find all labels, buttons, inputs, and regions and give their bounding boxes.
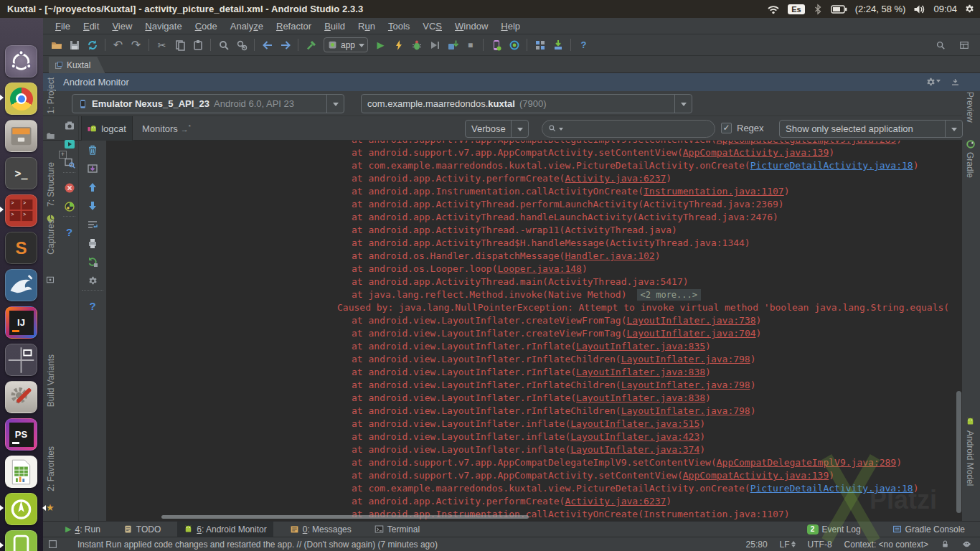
source-link[interactable]: LayoutInflater.java:738 bbox=[627, 315, 756, 326]
expander-icon[interactable]: + bbox=[59, 151, 67, 159]
log-level-selector[interactable]: Verbose bbox=[465, 120, 529, 138]
help-blue-icon[interactable]: ? bbox=[79, 296, 106, 315]
source-link[interactable]: Activity.java:6237 bbox=[565, 496, 666, 507]
forward-icon[interactable] bbox=[276, 37, 294, 54]
menu-view[interactable]: View bbox=[105, 19, 138, 33]
sdk-manager-icon[interactable] bbox=[549, 37, 567, 54]
gradle-sync-icon[interactable] bbox=[505, 37, 523, 54]
hide-panel-icon[interactable] bbox=[951, 77, 960, 87]
process-selector[interactable]: com.example.maarredondos.kuxtal (7900) bbox=[361, 94, 692, 113]
find-icon[interactable] bbox=[215, 37, 232, 54]
launcher-sublime-text[interactable]: S bbox=[5, 232, 37, 264]
launcher-intellij-idea[interactable]: IJ bbox=[5, 306, 37, 339]
sync-icon[interactable] bbox=[83, 37, 101, 54]
launcher-ubuntu-dash[interactable] bbox=[5, 45, 37, 77]
wifi-icon[interactable] bbox=[767, 4, 780, 14]
battery-icon[interactable] bbox=[831, 5, 847, 14]
paste-icon[interactable] bbox=[189, 37, 207, 54]
source-link[interactable]: LayoutInflater.java:838 bbox=[576, 392, 705, 403]
launcher-libreoffice-calc[interactable] bbox=[5, 456, 37, 488]
menu-analyze[interactable]: Analyze bbox=[224, 19, 270, 33]
toolwindow-gradle-console[interactable]: Gradle Console bbox=[886, 522, 971, 537]
export-icon[interactable] bbox=[79, 159, 106, 178]
logcat-output[interactable]: at android.support.v7.app.AppCompatDeleg… bbox=[106, 141, 962, 521]
vertical-scrollbar[interactable] bbox=[956, 391, 961, 513]
launcher-terminal[interactable]: >_ bbox=[5, 157, 37, 189]
launcher-chrome[interactable] bbox=[5, 83, 37, 115]
toolwindow-0-messages[interactable]: 0: Messages bbox=[283, 522, 358, 537]
restart-icon[interactable] bbox=[79, 253, 106, 271]
source-link[interactable]: Activity.java:6237 bbox=[565, 173, 666, 184]
lock-icon[interactable] bbox=[941, 540, 950, 549]
run-configuration-selector[interactable]: app bbox=[324, 37, 368, 52]
screenshot-icon[interactable] bbox=[60, 116, 78, 135]
stripe--favorites[interactable]: 2: Favorites bbox=[46, 446, 56, 491]
launcher-file-manager[interactable] bbox=[5, 120, 37, 152]
launcher-mysql-workbench[interactable] bbox=[5, 269, 37, 301]
launcher-terminator[interactable]: >>>> bbox=[5, 194, 37, 227]
stripe--project[interactable]: 1: Project bbox=[46, 77, 56, 114]
stripe-captures[interactable]: Captures bbox=[46, 220, 56, 255]
menu-run[interactable]: Run bbox=[352, 19, 382, 33]
print-icon[interactable] bbox=[79, 234, 106, 253]
caret-position[interactable]: 25:80 bbox=[746, 540, 768, 550]
help-icon[interactable]: ? bbox=[575, 37, 593, 54]
source-link[interactable]: AppCompatActivity.java:139 bbox=[683, 470, 829, 481]
launcher-android-emulator[interactable] bbox=[5, 530, 37, 551]
context-indicator[interactable]: Context: <no context> bbox=[844, 540, 928, 550]
menu-edit[interactable]: Edit bbox=[77, 19, 105, 33]
menu-help[interactable]: Help bbox=[494, 19, 527, 33]
source-link[interactable]: LayoutInflater.java:798 bbox=[621, 405, 750, 416]
back-icon[interactable] bbox=[258, 37, 276, 54]
toolwindow-6-android-monitor[interactable]: 6: Android Monitor bbox=[177, 522, 273, 537]
toggle-toolwindows-icon[interactable] bbox=[48, 540, 57, 549]
panel-layout-icon[interactable] bbox=[955, 37, 973, 54]
source-link[interactable]: LayoutInflater.java:798 bbox=[621, 380, 750, 390]
source-link[interactable]: LayoutInflater.java:374 bbox=[570, 444, 699, 455]
stripe-build-variants[interactable]: Build Variants bbox=[46, 354, 56, 407]
stripe-gradle[interactable]: Gradle bbox=[965, 152, 975, 178]
editor-tab-kuxtal[interactable]: Kuxtal bbox=[49, 57, 105, 73]
source-link[interactable]: Handler.java:102 bbox=[565, 250, 654, 261]
soft-wrap-icon[interactable] bbox=[79, 215, 106, 234]
source-link[interactable]: Instrumentation.java:1107 bbox=[644, 186, 784, 197]
keyboard-layout-indicator[interactable]: Es bbox=[788, 4, 804, 14]
scroll-to-bottom-icon[interactable] bbox=[79, 197, 106, 215]
source-link[interactable]: PictureDetailActivity.java:18 bbox=[750, 483, 913, 494]
menu-window[interactable]: Window bbox=[448, 19, 494, 33]
source-link[interactable]: AppCompatActivity.java:139 bbox=[683, 147, 829, 158]
inspections-profile-icon[interactable] bbox=[962, 540, 971, 549]
menu-file[interactable]: File bbox=[49, 19, 77, 33]
source-link[interactable]: LayoutInflater.java:704 bbox=[627, 328, 756, 339]
volume-icon[interactable] bbox=[913, 4, 925, 15]
menu-tools[interactable]: Tools bbox=[382, 19, 416, 33]
stripe--structure[interactable]: 7: Structure bbox=[46, 162, 56, 207]
status-message[interactable]: Instant Run applied code changes and res… bbox=[77, 540, 438, 550]
search-everywhere-icon[interactable] bbox=[931, 37, 949, 54]
menu-code[interactable]: Code bbox=[189, 19, 224, 33]
panel-settings-icon[interactable] bbox=[926, 77, 941, 87]
terminate-app-icon[interactable] bbox=[60, 179, 78, 197]
clear-logcat-icon[interactable] bbox=[79, 141, 106, 159]
device-selector[interactable]: Emulator Nexus_5_API_23 Android 6.0, API… bbox=[72, 94, 344, 113]
launcher-system-settings[interactable] bbox=[5, 381, 37, 413]
stop-icon[interactable]: ■ bbox=[461, 37, 479, 54]
compile-icon[interactable] bbox=[302, 37, 320, 54]
logcat-filter-arrow[interactable] bbox=[945, 121, 962, 137]
project-structure-icon[interactable] bbox=[531, 37, 549, 54]
redo-icon[interactable]: ↷ bbox=[127, 37, 145, 54]
session-menu-icon[interactable] bbox=[965, 4, 974, 14]
horizontal-scrollbar[interactable] bbox=[161, 515, 529, 519]
regex-checkbox[interactable]: ✓ bbox=[721, 123, 732, 133]
undo-icon[interactable]: ↶ bbox=[109, 37, 127, 54]
capture-analysis-icon[interactable] bbox=[60, 197, 78, 216]
toolwindow-4-run[interactable]: ▶4: Run bbox=[59, 522, 107, 537]
menu-refactor[interactable]: Refactor bbox=[270, 19, 318, 33]
replace-icon[interactable] bbox=[232, 37, 250, 54]
source-link[interactable]: LayoutInflater.java:835 bbox=[576, 341, 705, 352]
search-history-arrow[interactable] bbox=[559, 128, 563, 133]
process-selector-arrow[interactable] bbox=[674, 95, 692, 113]
logcat-filter-selector[interactable]: Show only selected application bbox=[779, 120, 963, 138]
source-link[interactable]: LayoutInflater.java:838 bbox=[576, 367, 705, 377]
launcher-phpstorm[interactable]: PS bbox=[5, 418, 37, 451]
